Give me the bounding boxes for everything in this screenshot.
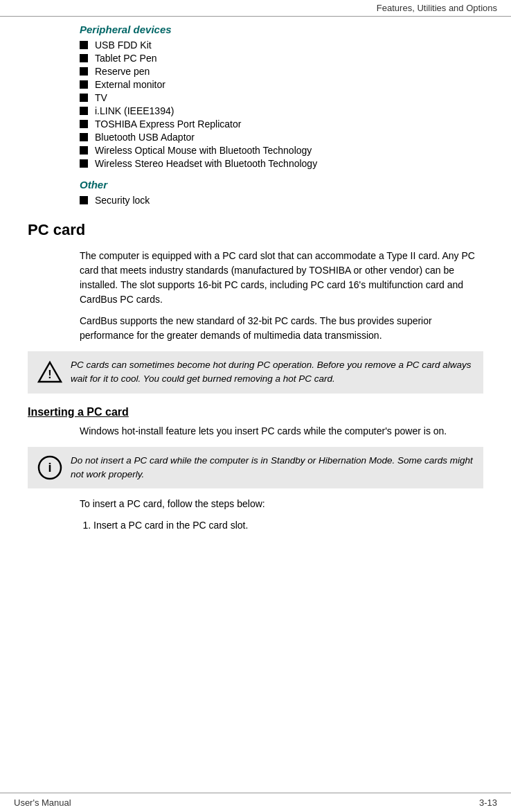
other-list: Security lock [80, 195, 483, 206]
bullet-icon [80, 107, 88, 115]
bullet-icon [80, 196, 88, 204]
svg-text:i: i [48, 461, 51, 475]
list-item: USB FDD Kit [80, 39, 483, 51]
steps-list: Insert a PC card in the PC card slot. [93, 518, 483, 533]
other-heading: Other [80, 179, 483, 191]
pc-card-para-1: The computer is equipped with a PC card … [80, 249, 483, 307]
pc-card-title: PC card [28, 221, 483, 239]
step-item: Insert a PC card in the PC card slot. [93, 518, 483, 533]
bullet-icon [80, 133, 88, 141]
svg-text:!: ! [48, 369, 51, 380]
info-icon: i [37, 455, 62, 480]
bullet-icon [80, 94, 88, 102]
list-item: i.LINK (IEEE1394) [80, 105, 483, 116]
pc-card-para-2: CardBus supports the new standard of 32-… [80, 314, 483, 343]
bullet-icon [80, 54, 88, 62]
bullet-icon [80, 80, 88, 89]
note-box: i Do not insert a PC card while the comp… [28, 447, 483, 489]
bullet-icon [80, 159, 88, 168]
header-title: Features, Utilities and Options [377, 3, 497, 13]
list-item: Tablet PC Pen [80, 53, 483, 64]
list-item: Bluetooth USB Adaptor [80, 132, 483, 143]
list-item: Reserve pen [80, 66, 483, 77]
note-text: Do not insert a PC card while the comput… [71, 454, 474, 482]
inserting-heading: Inserting a PC card [28, 406, 483, 418]
list-item: Wireless Stereo Headset with Bluetooth T… [80, 158, 483, 169]
bullet-icon [80, 67, 88, 76]
footer-left: User's Manual [14, 797, 71, 808]
footer-right: 3-13 [479, 797, 497, 808]
steps-intro: To insert a PC card, follow the steps be… [80, 497, 483, 511]
list-item: External monitor [80, 79, 483, 90]
list-item: TV [80, 92, 483, 103]
page-footer: User's Manual 3-13 [0, 793, 511, 812]
main-content: Peripheral devices USB FDD Kit Tablet PC… [0, 17, 511, 577]
inserting-intro: Windows hot-install feature lets you ins… [80, 424, 483, 439]
peripheral-list: USB FDD Kit Tablet PC Pen Reserve pen Ex… [80, 39, 483, 169]
warning-icon: ! [37, 360, 62, 385]
page-header: Features, Utilities and Options [0, 0, 511, 17]
warning-box: ! PC cards can sometimes become hot duri… [28, 351, 483, 394]
bullet-icon [80, 146, 88, 155]
bullet-icon [80, 41, 88, 49]
list-item: TOSHIBA Express Port Replicator [80, 118, 483, 130]
warning-text: PC cards can sometimes become hot during… [71, 358, 474, 387]
bullet-icon [80, 120, 88, 128]
list-item: Wireless Optical Mouse with Bluetooth Te… [80, 145, 483, 156]
peripheral-heading: Peripheral devices [80, 24, 483, 35]
list-item: Security lock [80, 195, 483, 206]
